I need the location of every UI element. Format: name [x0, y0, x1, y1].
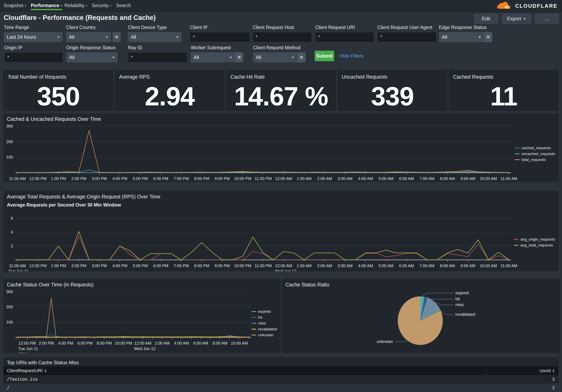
pie-label-revalidated: revalidated: [455, 312, 475, 317]
clear-client-request-method-button[interactable]: ✕: [297, 52, 305, 62]
stat-value: 2.94: [115, 83, 225, 109]
svg-text:9:00 PM: 9:00 PM: [215, 264, 230, 268]
more-button[interactable]: ...: [535, 14, 559, 23]
origin-ip-input[interactable]: [4, 52, 63, 62]
nav-label: Search: [116, 3, 131, 8]
legend-item-cached_requests[interactable]: cached_requests: [515, 146, 555, 150]
clear-client-country-button[interactable]: ✕: [113, 32, 121, 42]
legend-item-total_requests[interactable]: total_requests: [515, 158, 555, 162]
time-range-select[interactable]: Last 24 hours▼: [4, 32, 63, 42]
client-ip-input[interactable]: [190, 32, 250, 42]
chevron-down-icon: ▼: [57, 35, 60, 39]
svg-text:4:00 PM: 4:00 PM: [112, 176, 127, 181]
svg-text:10:00 PM: 10:00 PM: [234, 176, 251, 181]
count-cell: 2: [487, 385, 559, 390]
legend-item-uncached_requests[interactable]: uncached_requests: [515, 152, 555, 156]
pie-label-miss: miss: [455, 302, 464, 307]
svg-text:100: 100: [6, 320, 13, 324]
filter-origin-ip: Origin IP: [4, 45, 63, 62]
client-country-select[interactable]: All▼: [66, 32, 111, 42]
legend-item-hit[interactable]: hit: [251, 315, 277, 320]
chevron-down-icon: ▼: [105, 35, 108, 39]
svg-text:1:00 PM: 1:00 PM: [51, 264, 66, 268]
client-device-type-select[interactable]: All▼: [128, 32, 181, 42]
submit-button[interactable]: Submit: [315, 51, 334, 61]
svg-text:10:00 AM: 10:00 AM: [480, 176, 497, 181]
legend-label: revalidated: [258, 327, 277, 331]
client-request-uri-input[interactable]: [315, 32, 374, 42]
origin-response-status-select[interactable]: All▼: [66, 52, 117, 62]
svg-text:6:00 AM: 6:00 AM: [399, 176, 414, 181]
pie-chart: [282, 279, 560, 353]
svg-text:4:00 PM: 4:00 PM: [112, 264, 127, 268]
chart-legend: expiredhitmissrevalidatedunknown: [251, 309, 277, 337]
nav-label: Security: [92, 3, 109, 8]
client-request-host-input[interactable]: [253, 32, 312, 42]
svg-text:12:00 PM: 12:00 PM: [29, 264, 47, 268]
chart-legend: cached_requestsuncached_requeststotal_re…: [515, 146, 555, 162]
svg-text:11:00 AM: 11:00 AM: [9, 176, 26, 181]
clear-edge-response-status-button[interactable]: ✕: [484, 32, 492, 42]
nav-search[interactable]: Search: [116, 0, 131, 11]
legend-swatch: [251, 317, 256, 318]
chevron-down-icon: ▾: [61, 4, 62, 7]
svg-text:11:00 PM: 11:00 PM: [255, 176, 272, 181]
chevron-down-icon: ▼: [292, 56, 294, 59]
stat-value: 339: [337, 83, 447, 109]
legend-label: avg_total_requests: [520, 243, 553, 247]
filter-client-request-method: Client Request Method All▼✕: [253, 45, 305, 62]
svg-text:4:00 AM: 4:00 AM: [358, 264, 373, 268]
svg-text:5:00 PM: 5:00 PM: [133, 176, 148, 181]
svg-text:6:00 PM: 6:00 PM: [153, 176, 168, 181]
svg-text:2:00 AM: 2:00 AM: [317, 176, 332, 181]
nav-performance[interactable]: Performance ▾: [31, 0, 62, 11]
clear-worker-subrequest-button[interactable]: ✕: [235, 52, 243, 62]
legend-item-expired[interactable]: expired: [251, 309, 277, 314]
panel-cache-status-ratio: Cache Status Ratio expiredhitmissrevalid…: [282, 279, 560, 353]
stat-panels: Total Number of Requests350 Average RPS2…: [3, 70, 559, 111]
export-button[interactable]: Export▼: [502, 14, 531, 23]
client-request-method-select[interactable]: All▼: [253, 52, 297, 62]
close-icon: ✕: [486, 34, 490, 40]
edit-button[interactable]: Edit: [474, 14, 498, 23]
svg-text:1:00 AM: 1:00 AM: [297, 176, 311, 181]
legend-item-avg_origin_requests[interactable]: avg_origin_requests: [514, 237, 555, 242]
column-header-count[interactable]: count ▲▼: [487, 367, 559, 375]
svg-text:300: 300: [6, 124, 13, 128]
svg-text:2:00 PM: 2:00 PM: [71, 176, 86, 181]
hide-filters-link[interactable]: Hide Filters: [340, 53, 363, 59]
column-header-uri[interactable]: ClientRequestURI ▲▼: [3, 367, 487, 375]
table-row: / 2: [3, 383, 559, 392]
svg-text:5:00 AM: 5:00 AM: [378, 264, 393, 268]
ray-id-input[interactable]: [128, 52, 187, 62]
legend-item-revalidated[interactable]: revalidated: [251, 327, 277, 331]
stat-uncached-requests: Uncached Requests339: [337, 70, 447, 111]
svg-text:6:00 AM: 6:00 AM: [399, 264, 414, 268]
svg-text:6:00 PM: 6:00 PM: [77, 341, 93, 345]
header-actions: Edit Export▼ ...: [474, 14, 559, 23]
svg-text:8:00 AM: 8:00 AM: [440, 264, 455, 268]
nav-snapshot[interactable]: Snapshot ▾: [4, 0, 26, 11]
legend-item-unknown[interactable]: unknown: [251, 333, 277, 337]
nav-security[interactable]: Security ▾: [92, 0, 112, 11]
svg-text:1:00 PM: 1:00 PM: [51, 176, 66, 181]
legend-swatch: [514, 245, 519, 246]
dashboard-root: Snapshot ▾ Performance ▾ Reliability ▾ S…: [0, 0, 562, 392]
svg-text:8:00 AM: 8:00 AM: [213, 341, 227, 345]
svg-text:3:00 PM: 3:00 PM: [92, 176, 107, 181]
svg-text:9:00 PM: 9:00 PM: [215, 176, 230, 181]
worker-subrequest-select[interactable]: All▼: [191, 52, 235, 62]
table-title: Top URIs with Cache Status Miss: [7, 360, 79, 365]
legend-swatch: [515, 153, 520, 154]
client-request-user-agent-input[interactable]: [377, 32, 436, 42]
svg-text:2:00 PM: 2:00 PM: [39, 341, 54, 345]
cloudflare-cloud-icon: [494, 1, 513, 11]
svg-text:2019: 2019: [18, 352, 27, 353]
edge-response-status-select[interactable]: All▼: [439, 32, 484, 42]
nav-reliability[interactable]: Reliability ▾: [64, 0, 87, 11]
chevron-down-icon: ▼: [229, 56, 232, 59]
stat-total-requests: Total Number of Requests350: [3, 70, 113, 111]
svg-text:200: 200: [6, 139, 13, 144]
legend-item-avg_total_requests[interactable]: avg_total_requests: [514, 243, 555, 247]
legend-item-miss[interactable]: miss: [251, 321, 277, 325]
